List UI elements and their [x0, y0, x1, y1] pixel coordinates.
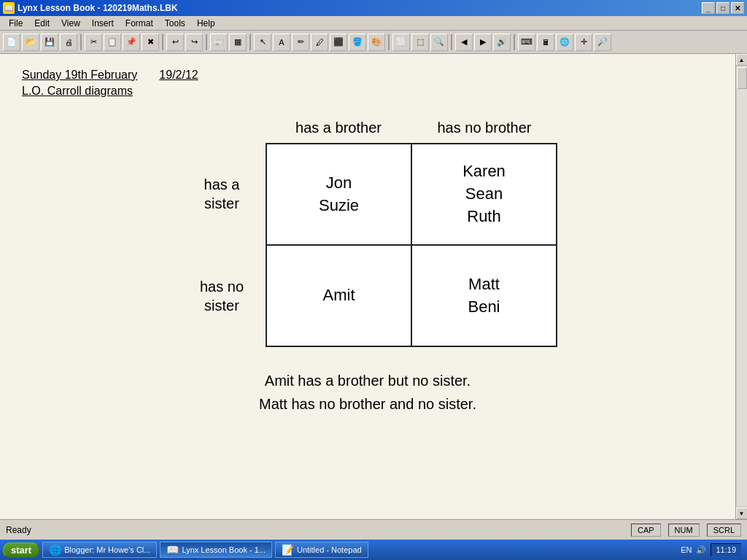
separator-7 [514, 34, 515, 50]
eraser-button[interactable]: ⬜ [392, 34, 410, 51]
app-icon: 📖 [3, 2, 15, 14]
toolbar: 📄 📂 💾 🖨 ✂ 📋 📌 ✖ ↩ ↪ 📰 ▦ ↖ A ✏ 🖊 ⬛ 🪣 🎨 ⬜ … [0, 31, 747, 54]
maximize-button[interactable]: □ [716, 2, 729, 14]
system-tray-icons: 🔊 [696, 545, 706, 555]
cell-top-left: Jon Suzie [266, 143, 411, 245]
paste-button[interactable]: 📌 [123, 34, 140, 51]
scroll-thumb[interactable] [737, 67, 747, 89]
nav-forward[interactable]: ▶ [474, 34, 492, 51]
color-button[interactable]: 🎨 [368, 34, 385, 51]
print-button[interactable]: 🖨 [60, 34, 77, 51]
cell-bottom-left: Amit [266, 245, 411, 347]
open-button[interactable]: 📂 [22, 34, 39, 51]
menu-insert[interactable]: Insert [86, 17, 120, 30]
date-left: Sunday 19th February [22, 69, 137, 82]
nav-back[interactable]: ◀ [455, 34, 473, 51]
highlight-button[interactable]: 🖊 [311, 34, 328, 51]
start-button[interactable]: start [3, 542, 39, 558]
lo-line: L.O. Carroll diagrams [22, 85, 713, 98]
summary-line2: Matt has no brother and no sister. [22, 392, 713, 416]
page2-button[interactable]: ▦ [229, 34, 247, 51]
title-bar: 📖 Lynx Lesson Book - 120219Maths.LBK _ □… [0, 0, 747, 16]
menu-edit[interactable]: Edit [28, 17, 55, 30]
menu-tools[interactable]: Tools [159, 17, 191, 30]
lang-indicator: EN [681, 545, 692, 554]
col-header-2: has no brother [411, 112, 557, 143]
separator-5 [388, 34, 390, 50]
menu-bar: File Edit View Insert Format Tools Help [0, 16, 747, 31]
separator-4 [249, 34, 251, 50]
status-bar: Ready CAP NUM SCRL [0, 519, 747, 540]
undo-button[interactable]: ↩ [166, 34, 184, 51]
menu-help[interactable]: Help [191, 17, 221, 30]
carroll-diagram: has a brother has no brother has a siste… [178, 112, 557, 347]
num-indicator: NUM [668, 524, 700, 537]
fill-button[interactable]: 🪣 [349, 34, 366, 51]
row-header-2: has no sister [178, 245, 266, 347]
clock: 11:19 [711, 543, 741, 556]
cell-bottom-right: Matt Beni [411, 245, 557, 347]
minimize-button[interactable]: _ [702, 2, 715, 14]
menu-view[interactable]: View [55, 17, 86, 30]
col-header-1: has a brother [266, 112, 411, 143]
separator-2 [162, 34, 163, 50]
taskbar: start 🌐 Blogger: Mr Howe's Cl... 📖 Lynx … [0, 540, 747, 560]
status-text: Ready [6, 525, 31, 535]
nav-home[interactable]: 🔊 [493, 34, 511, 51]
taskbar-item-blogger[interactable]: 🌐 Blogger: Mr Howe's Cl... [42, 542, 157, 558]
summary-text: Amit has a brother but no sister. Matt h… [22, 369, 713, 416]
menu-file[interactable]: File [3, 17, 28, 30]
window-title: Lynx Lesson Book - 120219Maths.LBK [18, 3, 178, 13]
close-button[interactable]: ✕ [731, 2, 744, 14]
lasso-button[interactable]: 🔍 [430, 34, 448, 51]
date-right: 19/2/12 [159, 69, 198, 82]
date-line: Sunday 19th February 19/2/12 [22, 69, 713, 82]
cell-top-right: Karen Sean Ruth [411, 143, 557, 245]
zoom-button[interactable]: 🔎 [594, 34, 611, 51]
delete-button[interactable]: ✖ [142, 34, 159, 51]
scroll-track[interactable] [737, 67, 747, 506]
summary-line1: Amit has a brother but no sister. [22, 369, 713, 392]
keyboard-button[interactable]: ⌨ [518, 34, 535, 51]
select-button[interactable]: ⬚ [411, 34, 429, 51]
scroll-up-button[interactable]: ▲ [736, 54, 748, 66]
save-button[interactable]: 💾 [41, 34, 58, 51]
internet-button[interactable]: 🌐 [556, 34, 573, 51]
scrl-indicator: SCRL [707, 524, 741, 537]
shape-button[interactable]: ⬛ [330, 34, 347, 51]
page-button[interactable]: 📰 [210, 34, 228, 51]
cursor-button[interactable]: ↖ [254, 34, 271, 51]
new-button[interactable]: 📄 [3, 34, 20, 51]
cut-button[interactable]: ✂ [85, 34, 102, 51]
taskbar-item-lynx[interactable]: 📖 Lynx Lesson Book - 1... [160, 542, 272, 558]
redo-button[interactable]: ↪ [185, 34, 203, 51]
pen-button[interactable]: ✏ [292, 34, 309, 51]
move-button[interactable]: ✛ [575, 34, 592, 51]
content-area: Sunday 19th February 19/2/12 L.O. Carrol… [0, 54, 735, 519]
copy-button[interactable]: 📋 [104, 34, 121, 51]
separator-6 [451, 34, 452, 50]
cap-indicator: CAP [631, 524, 661, 537]
separator-3 [206, 34, 207, 50]
menu-format[interactable]: Format [120, 17, 159, 30]
scrollbar: ▲ ▼ [735, 54, 747, 519]
corner-empty [178, 112, 266, 143]
separator-1 [80, 34, 82, 50]
main-area: Sunday 19th February 19/2/12 L.O. Carrol… [0, 54, 747, 519]
text-button[interactable]: A [273, 34, 290, 51]
taskbar-item-notepad[interactable]: 📝 Untitled - Notepad [275, 542, 368, 558]
calc-button[interactable]: 🖩 [537, 34, 554, 51]
scroll-down-button[interactable]: ▼ [736, 508, 748, 519]
row-header-1: has a sister [178, 143, 266, 245]
